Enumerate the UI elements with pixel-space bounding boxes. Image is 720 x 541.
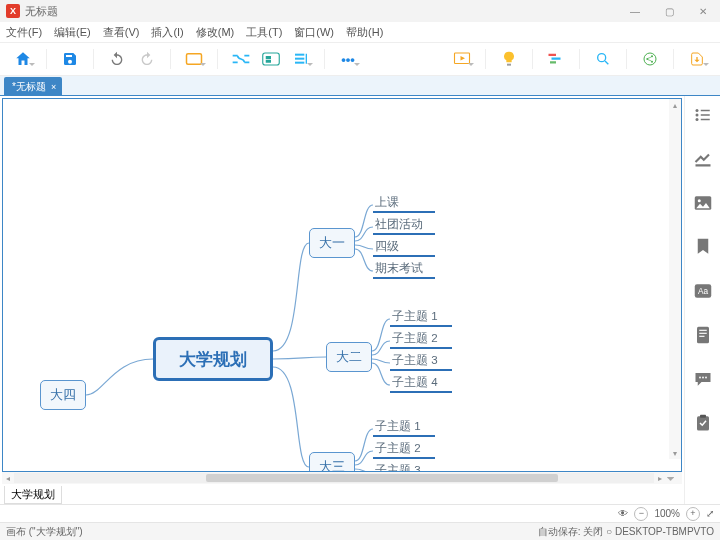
window-close-button[interactable]: ✕ [686,0,720,22]
main-topic-d4[interactable]: 大四 [40,380,86,410]
sheet-tab[interactable]: 大学规划 [4,486,62,504]
menu-help[interactable]: 帮助(H) [346,25,383,40]
svg-rect-10 [552,58,561,60]
separator [532,49,533,69]
idea-button[interactable] [496,46,522,72]
central-topic[interactable]: 大学规划 [153,337,273,381]
export-button[interactable] [684,46,710,72]
menu-edit[interactable]: 编辑(E) [54,25,91,40]
mindmap-canvas[interactable]: 大学规划 大四 大一 上课 社团活动 四级 期末考试 大二 子主题 1 子主题 … [2,98,682,472]
image-panel-button[interactable] [692,192,714,214]
topic-button[interactable] [181,46,207,72]
svg-point-12 [598,54,606,62]
tab-label: *无标题 [12,80,46,94]
window-minimize-button[interactable]: — [618,0,652,22]
separator [485,49,486,69]
svg-point-21 [695,118,698,121]
workspace: 大学规划 大四 大一 上课 社团活动 四级 期末考试 大二 子主题 1 子主题 … [0,96,720,504]
window-title: 无标题 [25,4,58,19]
svg-point-25 [697,199,700,202]
main-topic-d3[interactable]: 大三 [309,452,355,472]
zoom-in-button[interactable]: + [686,507,700,521]
more-button[interactable]: ••• [335,46,361,72]
svg-rect-22 [700,119,709,121]
scroll-left-icon[interactable]: ◂ [2,472,14,484]
svg-point-17 [695,109,698,112]
summary-button[interactable] [288,46,314,72]
window-maximize-button[interactable]: ▢ [652,0,686,22]
document-tab[interactable]: *无标题 × [4,77,62,95]
comments-panel-button[interactable] [692,368,714,390]
svg-rect-6 [295,62,304,64]
sub-topic[interactable]: 子主题 2 [373,441,435,459]
sub-topic[interactable]: 子主题 4 [390,375,452,393]
scroll-up-icon[interactable]: ▴ [669,99,681,111]
scroll-thumb[interactable] [206,474,558,482]
menu-window[interactable]: 窗口(W) [294,25,334,40]
relationship-button[interactable] [228,46,254,72]
text-panel-button[interactable]: Aa [692,280,714,302]
status-right: 自动保存: 关闭 ○ DESKTOP-TBMPVTO [538,525,714,539]
menu-bar: 文件(F) 编辑(E) 查看(V) 插入(I) 修改(M) 工具(T) 窗口(W… [0,22,720,42]
task-panel-button[interactable] [692,412,714,434]
format-panel-button[interactable] [692,148,714,170]
svg-text:Aa: Aa [697,287,708,296]
scroll-track[interactable] [14,473,654,483]
side-panel: Aa [684,96,720,504]
sub-topic[interactable]: 子主题 3 [373,463,435,472]
vertical-scrollbar[interactable]: ▴ ▾ [669,99,681,459]
marker-panel-button[interactable] [692,236,714,258]
app-icon: X [6,4,20,18]
filter-icon[interactable]: ⏷ [666,473,676,484]
sub-topic[interactable]: 社团活动 [373,217,435,235]
undo-button[interactable] [104,46,130,72]
redo-button[interactable] [134,46,160,72]
sub-topic[interactable]: 上课 [373,195,435,213]
scroll-down-icon[interactable]: ▾ [669,447,681,459]
svg-rect-11 [550,61,556,63]
sub-topic[interactable]: 子主题 1 [373,419,435,437]
svg-rect-31 [699,336,704,337]
share-button[interactable] [637,46,663,72]
zoom-fit-button[interactable]: ⤢ [706,508,714,519]
menu-insert[interactable]: 插入(I) [151,25,183,40]
present-button[interactable] [449,46,475,72]
document-tab-strip: *无标题 × [0,76,720,96]
boundary-button[interactable] [258,46,284,72]
sub-topic[interactable]: 子主题 1 [390,309,452,327]
zoom-out-button[interactable]: − [634,507,648,521]
status-left: 画布 ("大学规划") [6,525,83,539]
menu-view[interactable]: 查看(V) [103,25,140,40]
menu-modify[interactable]: 修改(M) [196,25,235,40]
svg-point-34 [705,377,707,379]
svg-rect-4 [295,54,304,56]
overview-icon[interactable]: 👁 [618,508,628,519]
sub-topic[interactable]: 期末考试 [373,261,435,279]
svg-rect-8 [507,64,511,66]
separator [324,49,325,69]
sub-topic[interactable]: 子主题 2 [390,331,452,349]
sub-topic[interactable]: 子主题 3 [390,353,452,371]
gantt-button[interactable] [543,46,569,72]
main-topic-d2[interactable]: 大二 [326,342,372,372]
tab-close-icon[interactable]: × [51,82,56,92]
search-button[interactable] [590,46,616,72]
notes-panel-button[interactable] [692,324,714,346]
connector-lines [3,99,682,472]
main-topic-d1[interactable]: 大一 [309,228,355,258]
save-button[interactable] [57,46,83,72]
home-button[interactable] [10,46,36,72]
svg-point-32 [699,377,701,379]
separator [626,49,627,69]
menu-tools[interactable]: 工具(T) [246,25,282,40]
svg-point-19 [695,114,698,117]
svg-rect-30 [699,333,707,334]
horizontal-scrollbar[interactable]: ◂ ▸ ⏷ [2,472,682,484]
svg-rect-18 [700,110,709,112]
zoom-value[interactable]: 100% [654,508,680,519]
separator [673,49,674,69]
scroll-right-icon[interactable]: ▸ [654,472,666,484]
sub-topic[interactable]: 四级 [373,239,435,257]
outline-panel-button[interactable] [692,104,714,126]
menu-file[interactable]: 文件(F) [6,25,42,40]
